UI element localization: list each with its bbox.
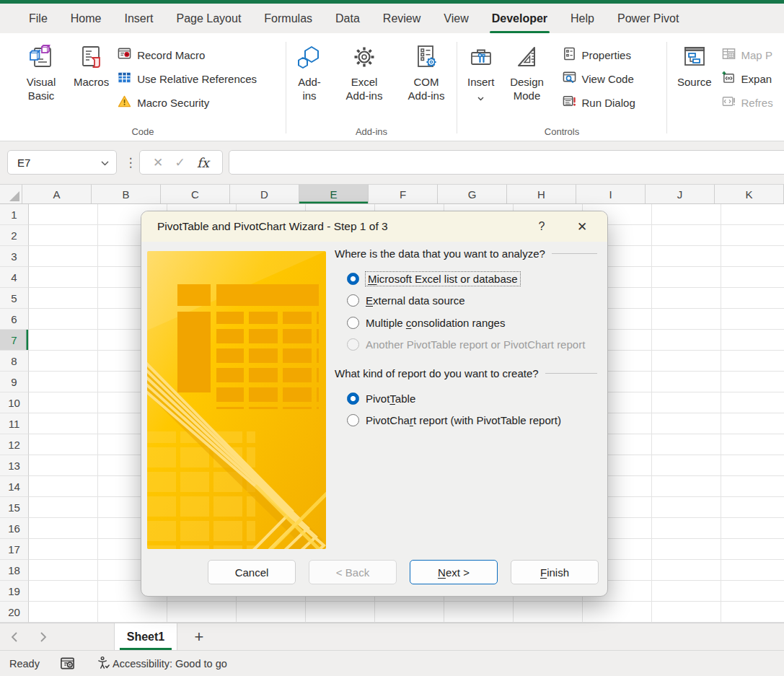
row-header-13[interactable]: 13 xyxy=(0,455,29,476)
design-mode-button[interactable]: Design Mode xyxy=(499,39,555,141)
row-header-12[interactable]: 12 xyxy=(0,434,29,455)
accessibility-status-button[interactable]: Accessibility: Good to go xyxy=(97,656,227,672)
row-header-4[interactable]: 4 xyxy=(0,267,29,288)
column-header-C[interactable]: C xyxy=(161,185,230,203)
data-source-option-2[interactable]: Multiple consolidation ranges xyxy=(347,312,597,334)
row-header-9[interactable]: 9 xyxy=(0,372,29,392)
row-header-16[interactable]: 16 xyxy=(0,518,29,539)
column-header-J[interactable]: J xyxy=(646,185,715,203)
column-header-G[interactable]: G xyxy=(438,185,507,203)
map-properties-icon xyxy=(722,47,736,63)
radio-selected-icon[interactable] xyxy=(347,273,359,285)
groupbox-line xyxy=(552,253,597,254)
menu-tab-insert[interactable]: Insert xyxy=(113,4,164,33)
view-code-button[interactable]: View Code xyxy=(563,70,635,87)
record-macro-button[interactable]: Record Macro xyxy=(118,46,257,63)
insert-function-icon[interactable]: fx xyxy=(197,155,209,170)
data-source-option-label: External data source xyxy=(366,294,465,307)
insert-dropdown-chevron-icon[interactable] xyxy=(477,91,484,104)
menu-tab-page-layout[interactable]: Page Layout xyxy=(164,4,252,33)
formula-bar-kebab-icon[interactable]: ⋮ xyxy=(124,150,137,175)
row-header-11[interactable]: 11 xyxy=(0,413,29,434)
menu-tab-file[interactable]: File xyxy=(17,4,59,33)
column-header-D[interactable]: D xyxy=(230,185,299,203)
column-header-A[interactable]: A xyxy=(22,185,92,203)
properties-button[interactable]: Properties xyxy=(563,46,635,63)
row-header-17[interactable]: 17 xyxy=(0,539,29,560)
report-kind-option-1[interactable]: PivotChart report (with PivotTable repor… xyxy=(347,410,597,432)
formula-input[interactable] xyxy=(229,150,784,175)
question2-heading: What kind of report do you want to creat… xyxy=(335,367,597,379)
visual-basic-button[interactable]: Visual Basic xyxy=(13,39,69,141)
macro-security-button[interactable]: Macro Security xyxy=(118,94,257,111)
dialog-close-icon[interactable]: ✕ xyxy=(570,219,594,234)
addins-button[interactable]: Add-ins xyxy=(289,39,330,141)
column-header-I[interactable]: I xyxy=(576,185,646,203)
menu-tab-bar: FileHomeInsertPage LayoutFormulasDataRev… xyxy=(0,4,784,33)
menu-tab-home[interactable]: Home xyxy=(59,4,113,33)
row-header-7[interactable]: 7 xyxy=(0,330,29,351)
radio-unselected-icon[interactable] xyxy=(347,294,359,307)
macros-button[interactable]: Macros xyxy=(69,39,113,141)
menu-tab-view[interactable]: View xyxy=(432,4,480,33)
finish-button[interactable]: Finish xyxy=(511,560,599,584)
menu-tab-power-pivot[interactable]: Power Pivot xyxy=(606,4,690,33)
map-properties-button: Map P xyxy=(722,46,773,63)
radio-unselected-icon[interactable] xyxy=(347,317,359,329)
row-header-2[interactable]: 2 xyxy=(0,225,29,246)
dialog-help-button[interactable]: ? xyxy=(529,220,554,233)
menu-tab-label: Power Pivot xyxy=(617,12,679,25)
name-box[interactable]: E7 xyxy=(7,150,117,175)
data-source-option-0[interactable]: Microsoft Excel list or database xyxy=(347,268,597,290)
row-header-10[interactable]: 10 xyxy=(0,392,29,413)
report-kind-option-0[interactable]: PivotTable xyxy=(347,387,597,410)
menu-tab-label: Home xyxy=(71,12,102,25)
cancel-button[interactable]: Cancel xyxy=(208,560,296,584)
status-bar: Ready Accessibility: Good to go xyxy=(0,650,784,676)
column-header-F[interactable]: F xyxy=(369,185,438,203)
add-sheet-button[interactable]: + xyxy=(177,623,221,650)
macro-record-status-icon[interactable] xyxy=(60,656,75,671)
sheet-nav-left-icon[interactable] xyxy=(0,623,29,650)
column-header-H[interactable]: H xyxy=(507,185,576,203)
row-header-14[interactable]: 14 xyxy=(0,476,29,497)
data-source-option-1[interactable]: External data source xyxy=(347,290,597,312)
row-header-15[interactable]: 15 xyxy=(0,497,29,518)
column-header-E[interactable]: E xyxy=(299,185,369,203)
menu-tab-help[interactable]: Help xyxy=(559,4,606,33)
row-header-18[interactable]: 18 xyxy=(0,560,29,581)
data-source-option-label: Another PivotTable report or PivotChart … xyxy=(366,338,585,351)
radio-selected-icon[interactable] xyxy=(347,392,359,405)
insert-control-button[interactable]: Insert xyxy=(463,39,499,141)
menu-tab-data[interactable]: Data xyxy=(324,4,371,33)
use-relative-references-button[interactable]: Use Relative References xyxy=(118,70,257,87)
row-header-8[interactable]: 8 xyxy=(0,351,29,372)
run-dialog-button[interactable]: Run Dialog xyxy=(563,94,635,111)
sheet-tab-sheet1[interactable]: Sheet1 xyxy=(114,623,177,650)
next-button[interactable]: Next > xyxy=(410,560,498,584)
cancel-entry-icon[interactable]: ✕ xyxy=(153,155,163,170)
menu-tab-formulas[interactable]: Formulas xyxy=(252,4,324,33)
code-group-label: Code xyxy=(0,126,286,137)
row-header-5[interactable]: 5 xyxy=(0,288,29,309)
select-all-corner[interactable] xyxy=(0,185,22,203)
row-header-3[interactable]: 3 xyxy=(0,246,29,267)
report-kind-options: PivotTablePivotChart report (with PivotT… xyxy=(335,387,597,431)
sheet-nav-right-icon[interactable] xyxy=(29,623,58,650)
com-addins-button[interactable]: COM Add-ins xyxy=(398,39,454,141)
row-header-6[interactable]: 6 xyxy=(0,309,29,330)
menu-tab-developer[interactable]: Developer xyxy=(480,4,559,33)
source-button[interactable]: Source xyxy=(673,39,716,141)
row-header-1[interactable]: 1 xyxy=(0,204,29,225)
row-header-20[interactable]: 20 xyxy=(0,602,29,623)
column-header-K[interactable]: K xyxy=(715,185,784,203)
name-box-chevron-icon[interactable] xyxy=(101,156,109,169)
menu-tab-review[interactable]: Review xyxy=(371,4,432,33)
expansion-packs-button[interactable]: Expan xyxy=(722,70,773,87)
radio-unselected-icon[interactable] xyxy=(347,414,359,426)
dialog-title-bar[interactable]: PivotTable and PivotChart Wizard - Step … xyxy=(141,211,607,242)
row-header-19[interactable]: 19 xyxy=(0,581,29,602)
excel-addins-button[interactable]: Excel Add-ins xyxy=(336,39,392,141)
column-header-B[interactable]: B xyxy=(92,185,161,203)
enter-entry-icon[interactable]: ✓ xyxy=(175,155,185,170)
